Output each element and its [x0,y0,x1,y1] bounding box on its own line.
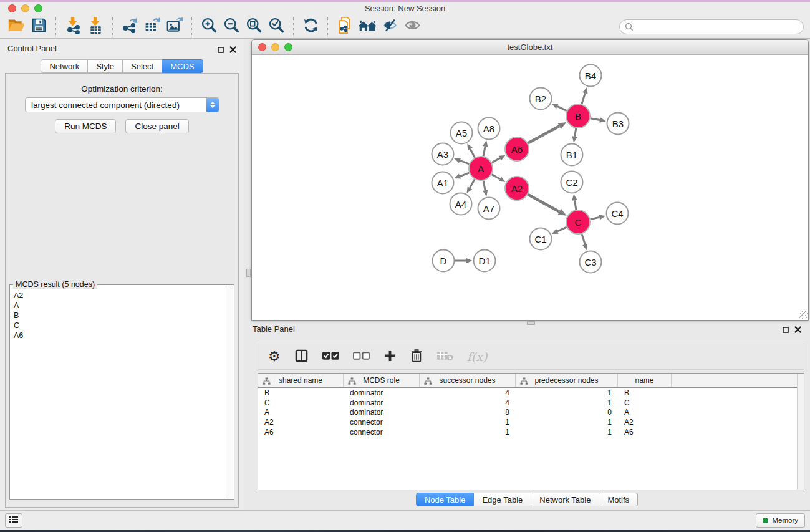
close-panel-icon[interactable] [229,44,236,56]
network-window-title: testGlobe.txt [508,42,553,52]
run-mcds-button[interactable]: Run MCDS [55,119,116,133]
edge-A-A8[interactable] [483,147,485,156]
close-window-button[interactable] [8,4,16,12]
network-zoom-button[interactable] [284,43,292,51]
select-all-button[interactable] [322,347,339,366]
memory-button[interactable]: Memory [756,513,805,528]
edge-A-A3[interactable] [460,160,470,164]
tab-edge-table[interactable]: Edge Table [474,493,531,506]
settings-gear-button[interactable]: ⚙ [268,347,281,366]
edge-C-C3[interactable] [582,234,585,244]
vertical-splitter-grip[interactable] [246,269,251,277]
search-input[interactable] [619,19,804,34]
tab-motifs[interactable]: Motifs [599,493,638,506]
export-image-button[interactable] [163,17,186,37]
edge-A-A5[interactable] [470,149,475,158]
refresh-button[interactable] [299,17,322,37]
zoom-window-button[interactable] [34,4,42,12]
edge-A-A1[interactable] [460,173,470,177]
result-item[interactable]: B [14,311,225,321]
criterion-dropdown[interactable]: largest connected component (directed) [25,97,219,112]
save-session-button[interactable] [27,17,50,37]
network-graph[interactable]: B4B2BB3A5A8A6A3B1AA1C2A2A4A7C4CC1C3DD1 [252,55,808,320]
import-table-button[interactable] [84,17,107,37]
result-item[interactable]: A [14,301,225,311]
tab-mcds[interactable]: MCDS [162,59,203,73]
edge-A-A7[interactable] [483,181,485,190]
mcds-result-list[interactable]: A2ABCA6 [10,288,225,498]
edge-A-A6[interactable] [492,158,500,163]
export-network-button[interactable] [118,17,141,37]
window-controls[interactable] [8,4,42,12]
cell-shared-name: B [258,389,344,397]
clone-network-button[interactable] [334,17,356,37]
zoom-in-button[interactable] [198,17,220,37]
edge-A6-B[interactable] [528,126,560,143]
edge-A-A2[interactable] [492,175,500,179]
horizontal-splitter-grip[interactable] [527,321,535,325]
table-row[interactable]: Cdominator41C [258,398,804,408]
desktop-background-bottom [0,530,810,532]
minimize-window-button[interactable] [21,4,29,12]
dropdown-stepper-icon[interactable] [206,98,219,112]
column-header-shared-name[interactable]: shared name [258,374,344,387]
edge-A2-C[interactable] [528,195,560,212]
column-header-successor-nodes[interactable]: successor nodes [420,374,516,387]
node-label-C: C [575,217,582,228]
edge-C-C1[interactable] [557,227,567,231]
node-label-B2: B2 [535,94,546,104]
column-header-MCDS-role[interactable]: MCDS role [344,374,420,387]
edge-B-B2[interactable] [557,106,567,110]
network-close-button[interactable] [258,43,266,51]
zoom-fit-button[interactable] [243,17,265,37]
edge-A-A4[interactable] [470,179,475,188]
edge-B-B4[interactable] [582,93,585,104]
deselect-all-button[interactable] [353,347,370,366]
table-scrollbar[interactable] [797,374,804,490]
tab-select[interactable]: Select [123,59,162,73]
show-columns-button[interactable] [294,347,309,366]
delete-row-button[interactable] [410,347,423,366]
column-header-predecessor-nodes[interactable]: predecessor nodes [516,374,618,387]
export-table-button[interactable] [141,17,163,37]
result-scrollbar[interactable] [226,286,233,498]
zoom-selected-button[interactable] [265,17,287,37]
zoom-out-button[interactable] [220,17,243,37]
tab-node-table[interactable]: Node Table [416,493,475,506]
import-network-button[interactable] [62,17,84,37]
edge-arrowhead [466,258,473,264]
add-row-button[interactable] [383,347,397,366]
tab-network[interactable]: Network [41,59,88,73]
mcds-panel: Optimization criterion: largest connecte… [5,73,239,508]
network-window-titlebar[interactable]: testGlobe.txt [252,40,808,55]
result-item[interactable]: A6 [14,331,225,341]
close-panel-button[interactable]: Close panel [125,119,188,133]
edge-B-B1[interactable] [575,128,576,137]
network-canvas[interactable]: B4B2BB3A5A8A6A3B1AA1C2A2A4A7C4CC1C3DD1 [252,55,808,320]
table-row[interactable]: Bdominator41B [258,388,804,398]
close-table-panel-icon[interactable] [794,324,801,336]
column-header-name[interactable]: name [618,374,672,387]
home-view-button[interactable] [356,17,378,37]
toggle-style-button[interactable] [378,17,401,37]
table-row[interactable]: A2connector11A2 [258,417,804,427]
result-item[interactable]: C [14,321,225,331]
tab-network-table[interactable]: Network Table [531,493,599,506]
network-window-controls[interactable] [258,43,292,51]
tab-style[interactable]: Style [88,59,123,73]
result-item[interactable]: A2 [14,291,225,301]
task-history-button[interactable] [5,513,22,528]
edge-C-C2[interactable] [575,200,576,210]
float-panel-icon[interactable] [218,44,224,56]
network-minimize-button[interactable] [271,43,279,51]
edge-C-C4[interactable] [591,217,600,219]
edge-B-B3[interactable] [591,118,600,120]
window-resize-grip[interactable] [799,311,808,319]
table-row[interactable]: Adominator80A [258,407,804,417]
float-table-panel-icon[interactable] [783,324,789,336]
node-label-B4: B4 [585,70,596,81]
table-row[interactable]: A6connector11A6 [258,427,804,437]
memory-label: Memory [772,516,798,524]
open-session-button[interactable] [5,17,27,37]
show-hide-panel-button[interactable] [401,17,423,37]
